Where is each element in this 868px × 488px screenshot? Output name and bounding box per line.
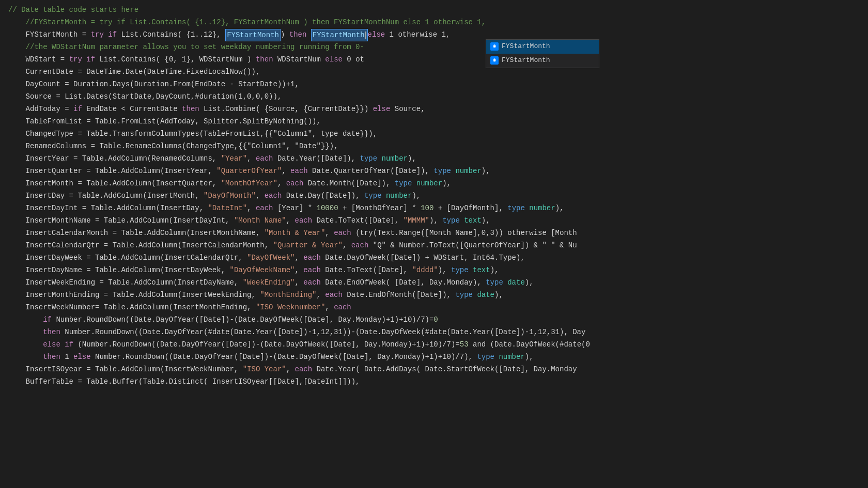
code-token: then [182,103,199,115]
code-token: each [256,202,273,214]
code-token: ), [555,202,564,214]
code-token: Date.Year( Date.AddDays( Date.StartOfWee… [312,364,577,375]
code-token: , [325,227,334,239]
code-token: type [364,190,382,201]
code-token: "DateInt" [208,202,247,214]
code-token: "DayOfWeekName" [229,264,295,276]
code-token: each [303,252,321,263]
code-token: TableFromList = Table.FromList(AddToday,… [8,116,321,127]
code-token: number [416,178,442,189]
code-token [8,326,43,338]
code-token: InsertMonthName = Table.AddColumn(Insert… [8,215,234,226]
code-line-5: WDStart = try if List.Contains( {0, 1}, … [0,54,868,66]
code-line-8: Source = List.Dates(StartDate,DayCount,#… [0,91,868,103]
code-token: "MonthEnding" [260,289,316,301]
code-token: , [343,240,351,251]
code-token: "dddd" [412,264,438,276]
code-token: ChangedType = Table.TransformColumnTypes… [8,128,377,139]
code-token [8,351,43,363]
code-token [503,277,507,288]
code-token: ), [482,165,490,177]
code-token: CurrentDate = DateTime.Date(DateTime.Fix… [8,66,260,77]
code-token: Number.RoundDown((Date.DayOfYear([Date])… [52,314,433,325]
code-line-30: InsertISOyear = Table.AddColumn(InsertWe… [0,364,868,376]
code-token: ) [281,29,289,40]
code-token: each [295,364,313,375]
code-token: each [265,190,282,201]
code-token: "Month Name" [234,215,286,226]
code-token: Date.Day([Date]), [282,190,364,201]
code-token: InsertWeekNumber= Table.AddColumn(Insert… [8,302,256,313]
code-token: DayCount = Duration.Days(Duration.From(E… [8,78,299,90]
code-token: ), [525,351,534,363]
code-token [60,339,65,350]
code-token: 0 [433,314,438,325]
code-token: 100 [421,202,433,214]
code-token: "ISO Weeknumber" [256,302,325,313]
code-token: if [65,339,73,350]
code-token: InsertDay = Table.AddColumn(InsertMonth, [8,190,204,201]
code-token: number [499,351,524,363]
code-token: 1 otherwise 1, [385,29,450,40]
code-token [494,351,499,363]
code-token: List.Contains( {0, 1}, WDStartNum ) [95,54,256,65]
code-line-11: ChangedType = Table.TransformColumnTypes… [0,128,868,140]
code-token: + [DayOfMonth], [433,202,507,214]
code-token: InsertMonth = Table.AddColumn(InsertQuar… [8,178,221,189]
code-line-17: InsertDayInt = Table.AddColumn(InsertDay… [0,202,868,215]
code-token [8,314,43,325]
code-line-12: RenamedColumns = Table.RenameColumns(Cha… [0,140,868,153]
code-token: // Date table code starts here [8,4,138,15]
code-token: ), [412,190,421,201]
code-line-18: InsertMonthName = Table.AddColumn(Insert… [0,215,868,227]
code-token: "DayOfWeek" [247,252,295,263]
code-token: ), [442,178,451,189]
code-line-31: BufferTable = Table.Buffer(Table.Distinc… [0,376,868,388]
code-token: Source = List.Dates(StartDate,DayCount,#… [8,91,282,102]
code-token: WDStart = [8,54,69,65]
code-token [8,339,43,350]
code-line-21: InsertDayWeek = Table.AddColumn(InsertCa… [0,252,868,264]
code-line-28: else if (Number.RoundDown((Date.DayOfYea… [0,339,868,351]
code-token: Date.QuarterOfYear([Date]), [308,165,434,177]
code-token: each [334,227,351,239]
code-token: then [256,54,273,65]
code-token: then [43,326,60,338]
code-token [473,289,477,301]
code-token: Source, [390,103,425,115]
code-token: Date.ToText([Date], [321,264,412,276]
code-token: , [277,178,286,189]
code-token: then [43,351,60,363]
code-token: then [289,29,307,40]
code-line-25: InsertWeekNumber= Table.AddColumn(Insert… [0,302,868,314]
code-token: "MMMM" [404,215,429,226]
autocomplete-item-1[interactable]: ◉ FYStartMonth [486,40,599,54]
code-token [82,54,86,65]
code-line-14: InsertQuarter = Table.AddColumn(InsertYe… [0,165,868,178]
code-token: Date.EndOfWeek( [Date], Day.Monday), [321,277,486,288]
code-token: number [382,153,408,164]
code-token: AddToday = [8,103,73,115]
code-line-2: //FYStartMonth = try if List.Contains( {… [0,17,868,29]
code-token [382,190,386,201]
autocomplete-item-2[interactable]: ◉ FYStartMonth [486,54,599,68]
code-token: (try(Text.Range([Month Name],0,3)) other… [351,227,577,239]
code-line-20: InsertCalendarQtr = Table.AddColumn(Inse… [0,240,868,252]
code-token: each [334,302,351,313]
code-token: Number.RoundDown((Date.DayOfYear(#date(D… [60,326,586,338]
code-token: if [86,54,95,65]
code-token: ), [494,289,503,301]
code-token: type [442,215,460,226]
autocomplete-dropdown[interactable]: ◉ FYStartMonth ◉ FYStartMonth [486,39,599,68]
code-token: , [325,302,334,313]
code-token: else [373,103,391,115]
code-token: 0 ot [343,54,364,65]
code-token [377,153,381,164]
code-token: , [295,264,304,276]
code-token: InsertCalendarQtr = Table.AddColumn(Inse… [8,240,273,251]
code-token: List.Combine( {Source, {CurrentDate}}) [199,103,373,115]
code-token [306,29,311,40]
code-token: each [325,289,343,301]
code-token: 1 [60,351,73,363]
code-line-19: InsertCalendarMonth = Table.AddColumn(In… [0,227,868,240]
